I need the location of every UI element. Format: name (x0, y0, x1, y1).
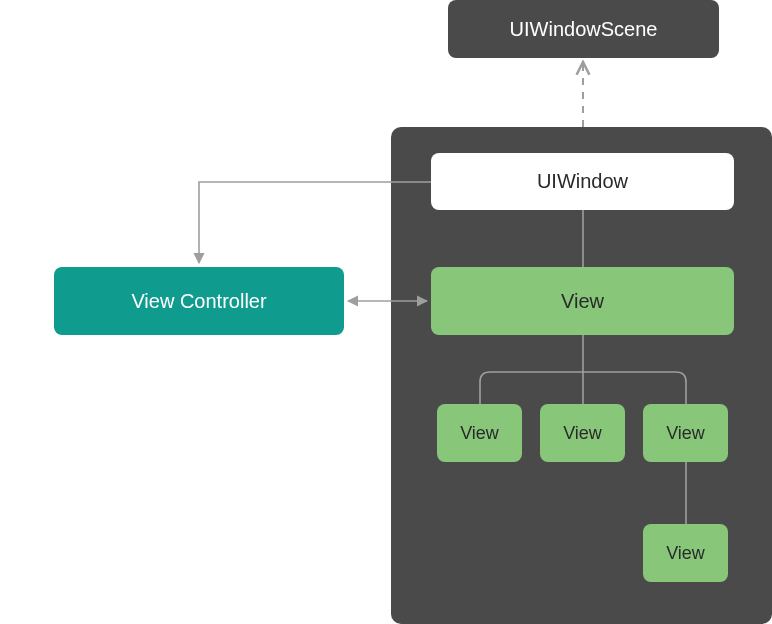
child-view-label-1: View (460, 423, 499, 444)
grandchild-view-box: View (643, 524, 728, 582)
root-view-label: View (561, 290, 604, 313)
child-view-box-3: View (643, 404, 728, 462)
uiwindowscene-label: UIWindowScene (510, 18, 658, 41)
diagram-stage: UIWindowScene UIWindow View Controller V… (0, 0, 772, 624)
grandchild-view-label: View (666, 543, 705, 564)
uiwindow-label: UIWindow (537, 170, 628, 193)
view-controller-box: View Controller (54, 267, 344, 335)
root-view-box: View (431, 267, 734, 335)
child-view-label-2: View (563, 423, 602, 444)
uiwindowscene-box: UIWindowScene (448, 0, 719, 58)
uiwindow-box: UIWindow (431, 153, 734, 210)
child-view-box-1: View (437, 404, 522, 462)
view-controller-label: View Controller (131, 290, 266, 313)
child-view-box-2: View (540, 404, 625, 462)
child-view-label-3: View (666, 423, 705, 444)
